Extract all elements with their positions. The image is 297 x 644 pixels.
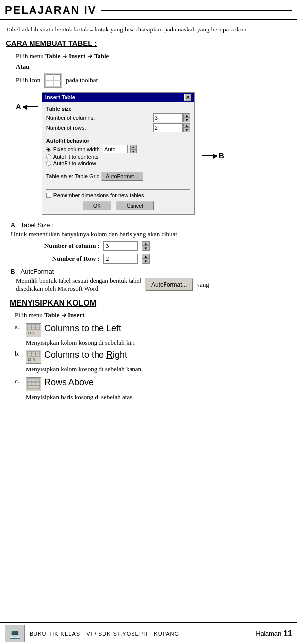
footer-text: BUKU TIK KELAS · VI / SDK ST.YOSEPH · KU… [30,631,251,637]
icon-cell-3 [46,81,53,87]
remember-row: Remember dimensions for new tables [46,192,190,198]
autofit-contents-label: AutoFit to contents [53,154,99,160]
num-columns-label: Number of columns: [46,115,153,121]
fixed-col-up[interactable]: ▲ [130,145,137,149]
menu-instruction: Pilih menu Table ➜ Insert ➜ Table [16,52,291,60]
separator-1 [46,135,190,135]
arrow-b-wrapper: Insert Table ✕ Table size Number of colu… [42,92,195,215]
number-column-input[interactable]: 3 [103,241,138,251]
remember-checkbox[interactable] [46,193,51,198]
number-column-spin: ▲ ▼ [142,241,150,251]
section-b-desc: B. AutoFormat Memilih bentuk tabel sesua… [11,268,291,293]
fixed-col-input[interactable]: Auto [103,145,128,153]
num-rows-up[interactable]: ▲ [183,123,190,128]
num-rows-label: Number of rows: [46,125,153,131]
remember-label: Remember dimensions for new tables [53,192,144,198]
autofit-contents-row: AutoFit to contents [46,154,190,160]
fixed-col-down[interactable]: ▼ [130,149,137,153]
section-b-desc1: Memilih bentuk tabel sesuai dengan bentu… [16,277,141,285]
separator-2 [46,169,190,169]
section-a-desc: A. Tabel Size : Untuk menentukan banyakn… [11,221,291,264]
autofit-window-label: AutoFit to window [53,160,96,166]
number-row-up[interactable]: ▲ [142,254,150,259]
number-column-down[interactable]: ▼ [142,246,150,251]
num-columns-input[interactable]: 3 [153,113,183,122]
dialog-close-button[interactable]: ✕ [184,94,191,101]
svg-rect-17 [27,382,40,385]
footer: 💻 BUKU TIK KELAS · VI / SDK ST.YOSEPH · … [0,622,297,644]
num-columns-row: Number of columns: 3 ▲ ▼ [46,113,190,122]
fixed-col-radio[interactable] [46,147,51,152]
autoformat-button[interactable]: AutoFormat... [101,172,143,181]
dialog-btn-row: OK Cancel [46,201,190,210]
spacer [46,183,190,186]
arrow-a-label: A [16,102,21,111]
section-b-autoformat-button[interactable]: AutoFormat... [145,278,193,291]
section-a-subtitle: Tabel Size : [21,221,54,229]
item-a-letter: a. [15,323,23,331]
section-b-subtitle: AutoFormat [21,268,54,275]
autofit-window-row: AutoFit to window [46,160,190,166]
item-c-label: Rows Above [44,377,94,388]
header-title: PELAJARAN IV [5,4,96,17]
section-a-letter: A. [11,221,17,229]
dialog-titlebar: Insert Table ✕ [42,93,194,102]
num-columns-down[interactable]: ▼ [183,118,190,122]
fixed-col-row: Fixed column width: Auto ▲ ▼ [46,145,190,153]
num-columns-up[interactable]: ▲ [183,113,190,118]
autofit-contents-radio[interactable] [46,154,51,159]
item-c-desc: Menyisipkan baris kosong di sebelah atas [26,393,291,401]
autofit-section: AutoFit behavior Fixed column width: Aut… [46,138,190,166]
number-row-spin: ▲ ▼ [142,254,150,264]
atau-label: Atau [16,63,29,71]
svg-text:n: n [33,357,35,362]
header-section: PELAJARAN IV [0,0,297,20]
table-style-label: Table style: Table Grid [46,173,99,179]
svg-text:n: n [28,330,31,335]
pilih-icon-row: Pilih icon pada toolbar [16,73,291,88]
autofit-label: AutoFit behavior [46,138,190,144]
insert-icon-c [26,377,41,391]
svg-text:□: □ [28,357,31,362]
num-rows-spin: ▲ ▼ [183,123,190,132]
number-row-input[interactable]: 2 [103,254,138,264]
fixed-col-label: Fixed column width: [53,146,101,152]
table-size-label: Table size [46,106,190,112]
main-content: Tabel adalah suatu bentuk kotak – kotak … [0,23,297,405]
pilih-menu: Pilih menu Table ➜ Insert [15,311,291,319]
autofit-window-radio[interactable] [46,161,51,166]
num-rows-input[interactable]: 2 [153,123,183,132]
dialog-box: Insert Table ✕ Table size Number of colu… [42,92,195,215]
autoformat-section: Memilih bentuk tabel sesuai dengan bentu… [16,277,286,293]
item-c-letter: c. [15,377,23,385]
insert-icon-a: n □ [26,323,41,337]
item-b-letter: b. [15,350,23,358]
number-column-up[interactable]: ▲ [142,241,150,246]
arrow-right-icon [202,155,217,156]
item-a-desc: Menyisipkan kolom kosong di sebelah kiri [26,339,291,347]
number-row-demo: Number of Row : 2 ▲ ▼ [26,254,276,264]
table-style-row: Table style: Table Grid AutoFormat... [46,172,190,181]
toolbar-icon [44,73,62,88]
pilih-icon-text: Pilih icon [16,76,40,84]
section-b-desc2: disediakan oleh Microsoft Word. [16,285,141,293]
rows-above-icon [27,378,40,390]
page-container: PELAJARAN IV Tabel adalah suatu bentuk k… [0,0,297,644]
svg-rect-16 [27,379,40,382]
dialog-hr [46,189,190,190]
icon-cell-2 [54,74,61,80]
halaman-label: Halaman [256,630,281,637]
cancel-button[interactable]: Cancel [116,201,154,210]
icon-cell-4 [54,81,61,87]
section-cara-membuat: CARA MEMBUAT TABEL : [6,39,291,47]
num-rows-down[interactable]: ▼ [183,128,190,132]
ok-button[interactable]: OK [83,201,111,210]
pada-toolbar-text: pada toolbar [66,76,98,84]
menyisipkan-title: MENYISIPKAN KOLOM [10,299,291,307]
dialog-title: Insert Table [45,94,75,100]
arrow-left-icon [23,106,38,107]
number-row-down[interactable]: ▼ [142,259,150,264]
fixed-col-spin: ▲ ▼ [130,145,137,153]
section-b-title: B. AutoFormat [11,268,291,275]
svg-text:□: □ [32,331,34,335]
